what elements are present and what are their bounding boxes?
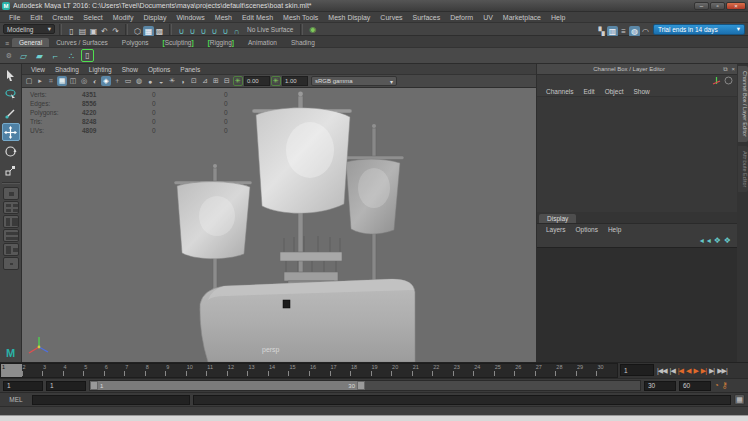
command-result-field[interactable] xyxy=(193,395,731,405)
frame-cell[interactable]: 26 xyxy=(514,364,535,377)
shelf-tool-icon[interactable]: ⌐ xyxy=(49,49,62,62)
safe-action-icon[interactable]: ＋ xyxy=(112,76,122,86)
frame-cell[interactable]: 20 xyxy=(391,364,412,377)
playback-button[interactable]: ◀ xyxy=(685,367,691,375)
layout-four-pane-button[interactable] xyxy=(3,201,19,214)
panel-menu-item[interactable]: Options xyxy=(143,66,175,73)
playback-button[interactable]: ▶| xyxy=(708,367,715,375)
frame-cell[interactable]: 9 xyxy=(165,364,186,377)
time-slider-track[interactable]: 1 2 3 4 5 xyxy=(0,363,618,378)
layer-action-icon[interactable]: ◂ xyxy=(700,236,704,245)
sidebar-vertical-tab[interactable]: Attribute Editor xyxy=(738,146,748,192)
frame-cell[interactable]: 3 xyxy=(42,364,63,377)
shelf-file-icon[interactable]: ▯ xyxy=(81,49,94,62)
shelf-tab[interactable]: [Animation] xyxy=(241,38,284,47)
layout-uv-persp-button[interactable] xyxy=(3,243,19,256)
shadows-icon[interactable]: ◗ xyxy=(178,76,188,86)
divider[interactable] xyxy=(300,24,303,35)
move-tool-button[interactable] xyxy=(2,123,20,141)
animation-end-field[interactable]: 60 xyxy=(679,381,711,391)
color-space-dropdown[interactable]: sRGB gamma ▾ xyxy=(311,76,397,86)
image-plane-icon[interactable]: ⌗ xyxy=(46,76,56,86)
playback-button[interactable]: ▶▶| xyxy=(716,367,728,375)
playback-start-field[interactable]: 1 xyxy=(46,381,86,391)
paint-select-tool-button[interactable] xyxy=(2,104,20,122)
animation-start-field[interactable]: 1 xyxy=(3,381,43,391)
layer-action-icon[interactable]: ◂ xyxy=(707,236,711,245)
layout-top-persp-button[interactable] xyxy=(3,229,19,242)
frame-cell[interactable]: 11 xyxy=(206,364,227,377)
frame-cell[interactable]: 1 xyxy=(1,364,22,377)
menu-item[interactable]: Curves xyxy=(375,14,407,21)
divider[interactable] xyxy=(59,24,62,35)
pop-out-icon[interactable]: ⧉ xyxy=(721,66,729,73)
panel-menu-item[interactable]: Shading xyxy=(50,66,84,73)
frame-cell[interactable]: 19 xyxy=(371,364,392,377)
gate-mask-icon[interactable]: ◐ xyxy=(90,76,100,86)
channel-list-area[interactable] xyxy=(537,97,737,212)
channel-box-menu-item[interactable]: Object xyxy=(600,88,629,95)
frame-cell[interactable]: 27 xyxy=(535,364,556,377)
film-gate-icon[interactable]: ◫ xyxy=(68,76,78,86)
menu-item[interactable]: Help xyxy=(546,14,570,21)
range-start-handle[interactable] xyxy=(90,381,98,390)
range-slider-track[interactable]: 1 30 xyxy=(89,380,641,391)
minimize-button[interactable]: – xyxy=(694,2,709,10)
scale-tool-button[interactable] xyxy=(2,161,20,179)
frame-cell[interactable]: 18 xyxy=(350,364,371,377)
menu-item[interactable]: Edit xyxy=(25,14,47,21)
divider[interactable] xyxy=(169,24,172,35)
frame-cell[interactable]: 5 xyxy=(83,364,104,377)
playback-button[interactable]: |◀ xyxy=(669,367,676,375)
layout-custom-button[interactable] xyxy=(3,257,19,270)
shelf-gear-icon[interactable]: ⚙ xyxy=(4,52,14,60)
render-icon[interactable]: ◉ xyxy=(307,24,318,35)
frame-cell[interactable]: 29 xyxy=(576,364,597,377)
menu-item[interactable]: Deform xyxy=(445,14,478,21)
playback-button[interactable]: ▶| xyxy=(700,367,707,375)
panel-menu-item[interactable]: View xyxy=(26,66,50,73)
frame-cell[interactable]: 21 xyxy=(412,364,433,377)
shelf-menu-icon[interactable]: ≡ xyxy=(2,40,12,47)
frame-cell[interactable]: 12 xyxy=(227,364,248,377)
frame-cell[interactable]: 13 xyxy=(247,364,268,377)
channel-box-menu-item[interactable]: Channels xyxy=(541,88,578,95)
command-input[interactable] xyxy=(32,395,190,405)
frame-cell[interactable]: 16 xyxy=(309,364,330,377)
shelf-tool-icon[interactable]: ▰ xyxy=(33,49,46,62)
gamma-toggle-icon[interactable]: ✳ xyxy=(271,76,281,86)
rotate-tool-button[interactable] xyxy=(2,142,20,160)
wireframe-icon[interactable]: ◍ xyxy=(134,76,144,86)
maximize-button[interactable]: ▫ xyxy=(710,2,725,10)
frame-cell[interactable]: 4 xyxy=(63,364,84,377)
range-end-handle[interactable] xyxy=(357,381,365,390)
layout-persp-outliner-button[interactable] xyxy=(3,215,19,228)
select-tool-button[interactable] xyxy=(2,66,20,84)
frame-cell[interactable]: 2 xyxy=(22,364,43,377)
frame-cell[interactable]: 14 xyxy=(268,364,289,377)
speed-state-icon[interactable] xyxy=(724,76,733,85)
frame-cell[interactable]: 22 xyxy=(432,364,453,377)
bookmark-icon[interactable]: ▸ xyxy=(35,76,45,86)
channel-box-header[interactable]: Channel Box / Layer Editor ⧉ × xyxy=(537,64,737,75)
frame-cell[interactable]: 23 xyxy=(453,364,474,377)
shelf-tab[interactable]: [General] xyxy=(12,38,49,47)
script-editor-button[interactable]: ▦ xyxy=(734,394,745,405)
frame-cell[interactable]: 15 xyxy=(288,364,309,377)
screen-ao-icon[interactable]: ⊡ xyxy=(189,76,199,86)
exposure-toggle-icon[interactable]: ✳ xyxy=(233,76,243,86)
frame-cell[interactable]: 25 xyxy=(494,364,515,377)
trial-button[interactable]: Trial ends in 14 days ▾ xyxy=(653,24,745,35)
frame-cell[interactable]: 30 xyxy=(596,364,617,377)
menu-item[interactable]: Edit Mesh xyxy=(237,14,278,21)
menu-item[interactable]: Marketplace xyxy=(498,14,546,21)
lasso-tool-button[interactable] xyxy=(2,85,20,103)
playback-button[interactable]: ▶ xyxy=(692,367,698,375)
grid-toggle-icon[interactable]: ▦ xyxy=(57,76,67,86)
manipulator-icon[interactable] xyxy=(712,76,721,85)
layer-action-icon[interactable]: ❖ xyxy=(714,236,721,245)
panel-menu-item[interactable]: Show xyxy=(117,66,143,73)
menu-item[interactable]: Mesh Display xyxy=(323,14,375,21)
close-button[interactable]: × xyxy=(726,2,746,10)
playback-range-bar[interactable]: 1 30 xyxy=(90,381,365,390)
